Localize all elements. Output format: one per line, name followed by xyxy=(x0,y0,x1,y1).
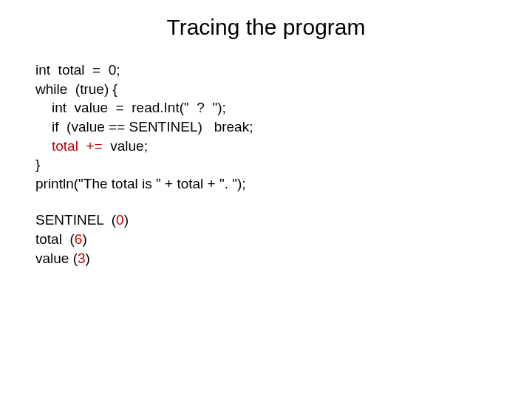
code-line-3: int value = read.Int(" ? "); xyxy=(35,98,497,117)
var-sentinel-close: ) xyxy=(124,212,129,228)
code-line-6: } xyxy=(35,155,497,174)
code-block: int total = 0; while (true) { int value … xyxy=(35,61,497,193)
code-total-keyword: total += xyxy=(52,138,106,154)
var-total: total (6) xyxy=(35,230,497,249)
var-value-close: ) xyxy=(86,250,90,266)
code-value-keyword: value; xyxy=(106,138,148,154)
code-line-5: total += value; xyxy=(35,137,497,156)
code-line-2: while (true) { xyxy=(35,80,497,99)
variables-block: SENTINEL (0) total (6) value (3) xyxy=(35,211,497,267)
var-sentinel-label: SENTINEL ( xyxy=(35,212,116,228)
code-line-1: int total = 0; xyxy=(35,61,497,80)
var-total-close: ) xyxy=(82,231,86,247)
var-total-value: 6 xyxy=(75,231,83,247)
var-value-label: value ( xyxy=(35,250,78,266)
var-sentinel: SENTINEL (0) xyxy=(35,211,497,230)
var-value: value (3) xyxy=(35,249,497,268)
var-total-label: total ( xyxy=(35,231,75,247)
var-sentinel-value: 0 xyxy=(116,212,124,228)
code-line-7: println("The total is " + total + ". "); xyxy=(35,174,497,194)
code-line-4: if (value == SENTINEL) break; xyxy=(35,117,497,137)
var-value-value: 3 xyxy=(78,250,86,266)
slide-title: Tracing the program xyxy=(35,15,497,40)
